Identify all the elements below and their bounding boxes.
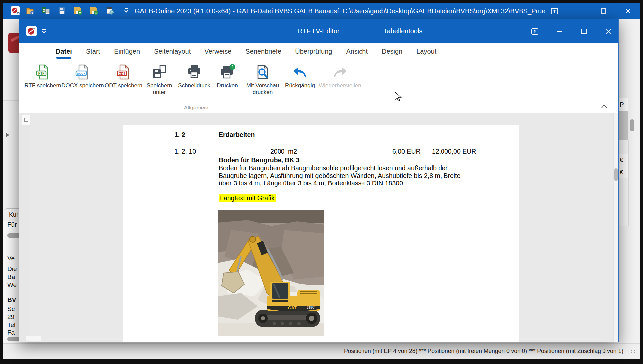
odt-speichern-button[interactable]: ODT ODT speichern (104, 62, 143, 96)
editor-minimize-button[interactable] (551, 23, 568, 39)
main-window-title: GAEB-Online 2023 (9.1.0.0-x64) - GAEB-Da… (135, 3, 546, 19)
toolbar-button-label: Schnelldruck (178, 82, 210, 89)
clipped-column-header: P (618, 98, 628, 111)
tab-einfuegen[interactable]: Einfügen (114, 43, 140, 60)
document-scrollbar[interactable] (613, 113, 618, 342)
expand-arrow-icon[interactable] (6, 133, 9, 137)
undo-icon (292, 64, 308, 80)
print-preview-icon (255, 64, 271, 80)
position-unit: m2 (288, 148, 297, 155)
unit-price: 6,00 EUR (392, 148, 421, 155)
main-maximize-button[interactable] (594, 3, 613, 19)
collapse-ribbon-button[interactable] (599, 103, 609, 110)
clipped-label: Ve (7, 255, 15, 262)
editor-maximize-button[interactable] (576, 23, 592, 39)
quick-access-chevron-icon[interactable] (123, 7, 129, 15)
excel-export-icon[interactable]: X (41, 6, 50, 15)
wiederherstellen-button[interactable]: Wiederherstellen (317, 62, 363, 96)
context-tab-group-label: Tabellentools (370, 19, 436, 43)
tab-seitenlayout[interactable]: Seitenlayout (154, 43, 191, 60)
toolbar-button-label: ODT speichern (105, 82, 142, 89)
document-page[interactable]: 1. 2 Erdarbeiten 1. 2. 10 2000 m2 6,00 E… (123, 125, 519, 342)
toolbar-button-label: Speichern unter (143, 82, 176, 96)
clipped-toolbar-chip (7, 233, 19, 238)
margin-corner-marker (22, 115, 30, 125)
svg-text:ODT: ODT (119, 72, 125, 75)
main-close-button[interactable] (618, 3, 638, 19)
tab-serienbriefe[interactable]: Serienbriefe (245, 43, 281, 60)
rtf-file-icon: RTF (35, 64, 51, 80)
main-popout-button[interactable] (544, 3, 564, 19)
tab-ueberpruefung[interactable]: Überprüfung (295, 43, 332, 60)
toolbar-button-label: Drucken (217, 82, 238, 89)
svg-text:DOCX: DOCX (77, 72, 85, 75)
speichern-unter-button[interactable]: Speichern unter (143, 62, 176, 96)
svg-text:RTF: RTF (38, 72, 44, 75)
toolbar-button-label: Wiederherstellen (319, 82, 361, 89)
rtf-editor-window: RTF LV-Editor Tabellentools Datei Start … (19, 19, 619, 342)
editor-close-button[interactable] (601, 23, 617, 39)
tab-layout[interactable]: Layout (416, 43, 436, 60)
divider (3, 250, 19, 250)
item-description-line: Boden für Baugruben ab Baugrubensohle pr… (219, 164, 448, 172)
svg-text:318C: 318C (307, 306, 315, 309)
clipped-label: Sc (7, 305, 15, 313)
clipped-table-column (618, 140, 629, 226)
drucken-button[interactable]: ? Drucken (213, 62, 242, 96)
editor-popout-button[interactable] (526, 23, 543, 39)
print-document-icon[interactable] (106, 6, 114, 15)
svg-text:?: ? (231, 65, 233, 69)
tab-datei[interactable]: Datei (56, 43, 72, 60)
schnelldruck-button[interactable]: Schnelldruck (176, 62, 213, 96)
position-quantity: 2000 (270, 148, 284, 155)
vertical-ruler-strip (19, 125, 30, 342)
clipped-toolbar-chip (7, 337, 19, 341)
clipped-label: Die (7, 265, 17, 273)
horizontal-scroll-notch (26, 336, 41, 341)
clipped-label: Ba (7, 273, 15, 281)
mit-vorschau-drucken-button[interactable]: Mit Vorschau drucken (242, 62, 283, 96)
svg-text:X: X (43, 8, 45, 13)
clipped-euro-cell: € (618, 166, 628, 178)
document-scrollbar-thumb[interactable] (614, 168, 618, 181)
tab-kurztext-clipped[interactable]: Kur (5, 208, 19, 221)
rtf-speichern-button[interactable]: RTF RTF speichern (24, 62, 61, 96)
docx-speichern-button[interactable]: DOCX DOCX speichern (61, 62, 104, 96)
mouse-cursor (394, 92, 402, 102)
section-number: 1. 2 (174, 131, 185, 139)
total-price: 12.000,00 EUR (432, 148, 476, 155)
toolbar-button-label: Mit Vorschau drucken (242, 82, 283, 96)
item-description-line: über 3 bis 4 m, Länge über 3 bis 4 m, Bo… (219, 180, 405, 187)
clipped-label: Tel (7, 321, 15, 328)
highlighted-note: Langtext mit Grafik (219, 194, 276, 202)
item-title: Boden für Baugrube, BK 3 (219, 156, 300, 164)
odt-file-icon: ODT (116, 64, 131, 80)
main-left-panel-clipped: Kur Für Ve Die Ba We BV Sc 29 Tel Fa (3, 19, 19, 343)
save-settings-icon[interactable] (74, 6, 82, 15)
toolbar-button-label: Rückgängig (285, 82, 315, 89)
editor-titlebar: RTF LV-Editor Tabellentools (19, 19, 618, 43)
tab-verweise[interactable]: Verweise (204, 43, 231, 60)
resize-grip[interactable] (631, 350, 636, 354)
toolbar-button-label: DOCX speichern (61, 82, 104, 89)
rueckgaengig-button[interactable]: Rückgängig (283, 62, 317, 96)
main-scrollbar-thumb[interactable] (630, 119, 634, 131)
open-folder-icon[interactable] (26, 6, 35, 15)
app-logo-23-icon[interactable]: 23 (11, 6, 20, 15)
status-positions-text: Positionen (mit EP 4 von 28) *** Positio… (344, 344, 623, 359)
divider (3, 100, 19, 101)
tab-design[interactable]: Design (382, 43, 402, 60)
gaeb-logo-icon (8, 33, 19, 53)
clipped-label: Fa (7, 329, 15, 336)
main-right-panel-clipped: P € € (618, 19, 640, 343)
quick-print-icon (186, 64, 202, 80)
tab-start[interactable]: Start (86, 43, 100, 60)
position-number: 1. 2. 10 (174, 148, 196, 155)
redo-icon (332, 64, 348, 80)
main-minimize-button[interactable] (569, 3, 589, 19)
clipped-selection-block (618, 111, 628, 140)
save-download-icon[interactable] (90, 6, 98, 15)
save-icon[interactable] (58, 6, 66, 15)
clipped-label: 29 (7, 313, 14, 321)
tab-ansicht[interactable]: Ansicht (346, 43, 368, 60)
